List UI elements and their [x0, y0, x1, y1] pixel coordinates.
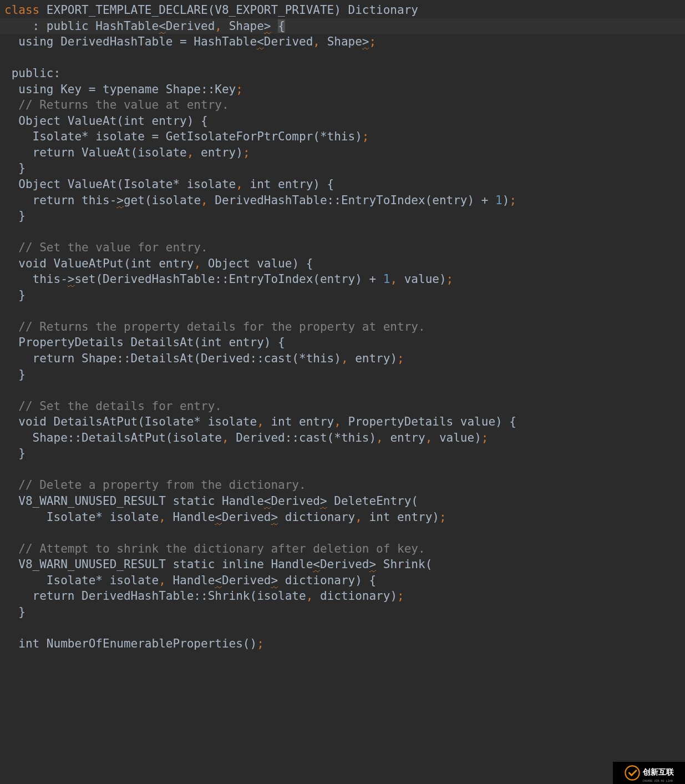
code-editor[interactable]: class EXPORT_TEMPLATE_DECLARE(V8_EXPORT_…	[4, 2, 681, 651]
code-token: ,	[341, 352, 348, 365]
code-line[interactable]: return this->get(isolate, DerivedHashTab…	[4, 193, 681, 209]
code-line[interactable]: }	[4, 287, 681, 304]
code-token: Derived	[222, 574, 271, 587]
code-token: ,	[425, 431, 433, 444]
code-token: ,	[313, 35, 320, 48]
code-line[interactable]: // Attempt to shrink the dictionary afte…	[4, 541, 681, 557]
code-line[interactable]: return DerivedHashTable::Shrink(isolate,…	[4, 588, 681, 604]
code-line[interactable]: : public HashTable<Derived, Shape> {	[0, 18, 685, 34]
code-line[interactable]	[4, 525, 681, 541]
code-token: ,	[355, 510, 362, 524]
code-line[interactable]: return Shape::DetailsAt(Derived::cast(*t…	[4, 351, 681, 367]
code-token: Isolate* isolate = GetIsolateForPtrCompr…	[4, 130, 362, 143]
code-line[interactable]: // Set the details for entry.	[4, 398, 681, 414]
code-line[interactable]: this->set(DerivedHashTable::EntryToIndex…	[4, 271, 681, 287]
code-token: : public HashTable	[4, 19, 159, 33]
code-token: // Delete a property from the dictionary…	[4, 478, 306, 492]
code-line[interactable]: V8_WARN_UNUSED_RESULT static inline Hand…	[4, 557, 681, 573]
code-token: DerivedHashTable::EntryToIndex(entry) +	[208, 194, 495, 207]
code-token: ;	[257, 637, 264, 650]
code-token	[271, 19, 278, 33]
code-line[interactable]	[4, 224, 681, 240]
code-line[interactable]: Isolate* isolate, Handle<Derived> dictio…	[4, 573, 681, 589]
code-line[interactable]: class EXPORT_TEMPLATE_DECLARE(V8_EXPORT_…	[4, 2, 681, 18]
code-token: int entry)	[362, 510, 439, 524]
code-token: }	[4, 605, 26, 619]
code-line[interactable]: Object ValueAt(int entry) {	[4, 113, 681, 129]
code-token: Shape::DetailsAtPut(isolate	[4, 431, 222, 444]
code-token: Derived	[166, 19, 215, 33]
code-line[interactable]: // Returns the property details for the …	[4, 319, 681, 335]
code-token: get(isolate	[124, 194, 201, 207]
code-token: return ValueAt(isolate	[4, 146, 187, 159]
code-token: ;	[397, 352, 404, 365]
code-line[interactable]: }	[4, 367, 681, 383]
code-line[interactable]	[4, 50, 681, 66]
code-token: Object ValueAt(int entry) {	[4, 114, 208, 128]
code-token: Derived	[320, 558, 369, 571]
code-token: >	[320, 494, 327, 508]
code-line[interactable]: PropertyDetails DetailsAt(int entry) {	[4, 335, 681, 351]
code-token: <	[215, 510, 222, 524]
code-token: ;	[369, 35, 377, 48]
code-token: void DetailsAtPut(Isolate* isolate	[4, 415, 257, 428]
code-line[interactable]: // Delete a property from the dictionary…	[4, 477, 681, 493]
code-token: ,	[334, 415, 341, 428]
code-token: }	[4, 209, 26, 222]
code-line[interactable]: Isolate* isolate = GetIsolateForPtrCompr…	[4, 129, 681, 145]
code-token: ,	[215, 19, 222, 33]
code-token: 1	[383, 272, 390, 286]
watermark-icon	[625, 765, 640, 781]
code-token: Shape	[222, 19, 264, 33]
code-token: // Attempt to shrink the dictionary afte…	[4, 542, 425, 555]
code-line[interactable]: Isolate* isolate, Handle<Derived> dictio…	[4, 509, 681, 525]
code-line[interactable]: void DetailsAtPut(Isolate* isolate, int …	[4, 414, 681, 430]
code-token: entry	[383, 431, 425, 444]
code-line[interactable]: public:	[4, 65, 681, 82]
code-token: <	[215, 574, 222, 587]
code-token: 1	[495, 194, 503, 207]
code-token: <	[313, 558, 320, 571]
code-token: {	[278, 19, 285, 33]
code-token: dictionary) {	[278, 574, 376, 587]
code-token: ,	[194, 257, 201, 270]
code-token: Handle	[166, 510, 215, 524]
code-line[interactable]: Object ValueAt(Isolate* isolate, int ent…	[4, 176, 681, 193]
code-token: // Set the details for entry.	[4, 399, 222, 413]
code-token: ,	[187, 146, 194, 159]
code-line[interactable]	[4, 620, 681, 636]
code-line[interactable]	[4, 303, 681, 319]
code-line[interactable]: using DerivedHashTable = HashTable<Deriv…	[4, 34, 681, 50]
code-line[interactable]: return ValueAt(isolate, entry);	[4, 145, 681, 161]
code-line[interactable]: }	[4, 604, 681, 620]
code-token: ;	[397, 589, 404, 603]
code-token: DeleteEntry(	[327, 494, 418, 508]
code-token: >	[369, 558, 376, 571]
code-token: Object value) {	[201, 257, 313, 270]
code-line[interactable]	[4, 382, 681, 398]
code-token: Shrink(	[376, 558, 432, 571]
code-token: return this-	[4, 194, 116, 207]
code-token: <	[257, 35, 264, 48]
code-token: Derived::cast(*this)	[229, 431, 377, 444]
code-line[interactable]: // Returns the value at entry.	[4, 97, 681, 113]
code-token: return DerivedHashTable::Shrink(isolate	[4, 589, 306, 603]
code-line[interactable]: int NumberOfEnumerableProperties();	[4, 636, 681, 652]
code-token: int entry) {	[243, 178, 334, 191]
code-token: ,	[376, 431, 383, 444]
code-line[interactable]: V8_WARN_UNUSED_RESULT static Handle<Deri…	[4, 493, 681, 509]
code-line[interactable]: }	[4, 160, 681, 176]
code-token: return Shape::DetailsAt(Derived::cast(*t…	[4, 352, 341, 365]
code-line[interactable]: }	[4, 446, 681, 462]
code-token: ,	[306, 589, 313, 603]
code-line[interactable]: }	[4, 208, 681, 224]
code-line[interactable]: // Set the value for entry.	[4, 240, 681, 256]
code-line[interactable]	[4, 462, 681, 478]
code-line[interactable]: Shape::DetailsAtPut(isolate, Derived::ca…	[4, 430, 681, 446]
code-line[interactable]: void ValueAtPut(int entry, Object value)…	[4, 256, 681, 272]
code-token: >	[362, 35, 369, 48]
code-token: using DerivedHashTable = HashTable	[4, 35, 257, 48]
code-line[interactable]: using Key = typename Shape::Key;	[4, 82, 681, 98]
watermark-logo-area: 创新互联 CHUANG XIN HU LIAN	[613, 762, 685, 784]
code-token: EXPORT_TEMPLATE_DECLARE(V8_EXPORT_PRIVAT…	[47, 3, 418, 17]
